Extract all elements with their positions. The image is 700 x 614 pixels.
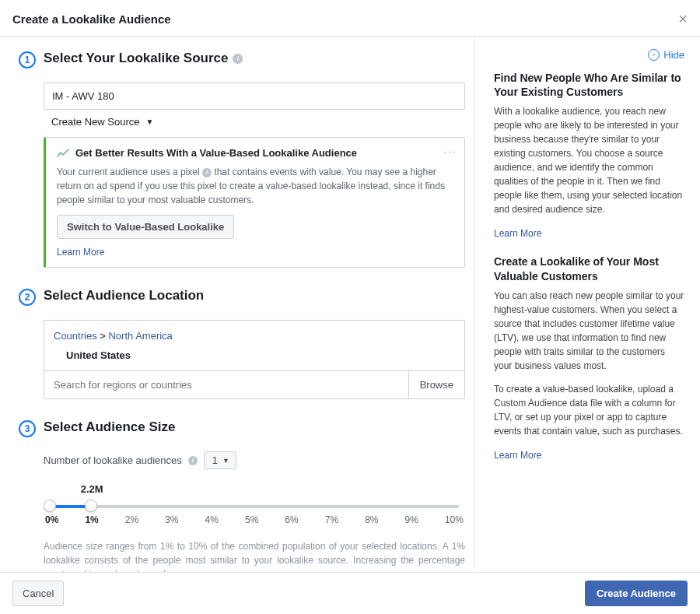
more-options-icon[interactable]: ··· bbox=[443, 146, 457, 157]
step-2-title: Select Audience Location bbox=[44, 288, 204, 303]
info-icon[interactable]: i bbox=[233, 54, 243, 64]
caret-down-icon: ▼ bbox=[145, 118, 153, 126]
step-1-badge: 1 bbox=[19, 51, 36, 68]
sidebar-learn-more-2[interactable]: Learn More bbox=[494, 448, 541, 462]
location-box: Countries > North America United States … bbox=[44, 320, 465, 399]
create-audience-button[interactable]: Create Audience bbox=[585, 581, 688, 606]
step-3-title: Select Audience Size bbox=[44, 419, 175, 435]
value-based-tip-card: ··· Get Better Results With a Value-Base… bbox=[44, 137, 465, 268]
create-new-source-dropdown[interactable]: Create New Source ▼ bbox=[44, 110, 465, 131]
sidebar-heading-1: Find New People Who Are Similar to Your … bbox=[494, 71, 684, 100]
audience-size-slider: 2.2M 0% 1% 2% 3% 4% 5% 6% 7% bbox=[44, 483, 465, 528]
close-icon[interactable]: × bbox=[678, 11, 688, 26]
tip-body: Your current audience uses a pixel i tha… bbox=[57, 165, 453, 207]
location-search-input[interactable] bbox=[44, 371, 408, 398]
location-breadcrumb: Countries > North America bbox=[44, 321, 464, 346]
modal-title: Create a Lookalike Audience bbox=[12, 12, 171, 26]
info-icon[interactable]: i bbox=[188, 456, 198, 465]
step-3-badge: 3 bbox=[19, 420, 36, 437]
size-note: Audience size ranges from 1% to 10% of t… bbox=[44, 539, 465, 572]
source-input-value: IM - AWV 180 bbox=[52, 90, 114, 102]
breadcrumb-countries[interactable]: Countries bbox=[54, 330, 97, 342]
step-2-badge: 2 bbox=[19, 289, 36, 306]
breadcrumb-north-america[interactable]: North America bbox=[108, 330, 172, 342]
source-input[interactable]: IM - AWV 180 bbox=[44, 82, 465, 110]
count-label: Number of lookalike audiences bbox=[44, 454, 182, 466]
browse-button[interactable]: Browse bbox=[408, 371, 464, 398]
count-select[interactable]: 1 ▼ bbox=[204, 451, 236, 469]
hide-panel-toggle[interactable]: › Hide bbox=[648, 47, 684, 63]
cancel-button[interactable]: Cancel bbox=[12, 581, 64, 606]
slider-thumb-start bbox=[44, 500, 56, 512]
step-1-title: Select Your Lookalike Source bbox=[44, 51, 228, 66]
slider-thumb-end[interactable] bbox=[85, 500, 97, 512]
info-icon[interactable]: i bbox=[202, 168, 212, 177]
switch-value-based-button[interactable]: Switch to Value-Based Lookalike bbox=[57, 215, 234, 239]
create-new-source-label: Create New Source bbox=[51, 116, 139, 128]
chevron-right-icon: › bbox=[648, 49, 660, 61]
count-value: 1 bbox=[212, 454, 218, 466]
sidebar-paragraph-2: You can also reach new people similar to… bbox=[494, 289, 684, 373]
trend-icon bbox=[57, 148, 69, 159]
sidebar-learn-more-1[interactable]: Learn More bbox=[494, 226, 541, 240]
sidebar-heading-2: Create a Lookalike of Your Most Valuable… bbox=[494, 254, 684, 284]
selected-location[interactable]: United States bbox=[44, 346, 464, 370]
tip-learn-more-link[interactable]: Learn More bbox=[57, 247, 104, 258]
slider-value-label: 2.2M bbox=[81, 483, 103, 495]
slider-ticks: 0% 1% 2% 3% 4% 5% 6% 7% 8% 9% 10% bbox=[45, 514, 464, 525]
sidebar-paragraph-3: To create a value-based lookalike, uploa… bbox=[494, 382, 684, 438]
sidebar-paragraph-1: With a lookalike audience, you reach new… bbox=[494, 104, 684, 216]
caret-down-icon: ▼ bbox=[222, 457, 229, 465]
tip-title: Get Better Results With a Value-Based Lo… bbox=[75, 147, 357, 159]
